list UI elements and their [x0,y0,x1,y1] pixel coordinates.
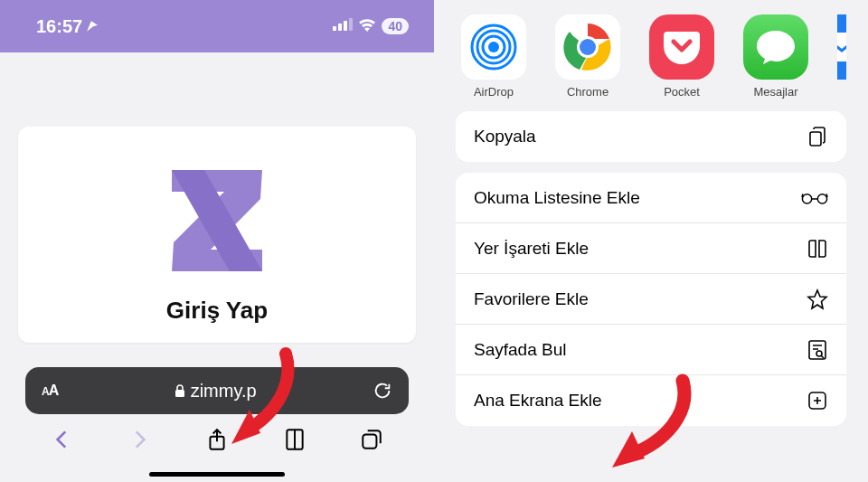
battery-badge: 40 [382,18,409,34]
svg-point-17 [817,194,826,203]
action-reading-list[interactable]: Okuma Listesine Ekle [456,173,846,223]
action-add-home[interactable]: Ana Ekrana Ekle [456,375,846,426]
bookmarks-button[interactable] [283,428,307,451]
copy-icon [807,126,828,147]
glasses-icon [801,187,828,209]
location-icon [86,20,99,33]
svg-point-13 [580,39,596,55]
svg-point-7 [488,42,499,52]
action-bookmark-label: Yer İşareti Ekle [474,239,589,259]
messages-icon [743,14,808,80]
wifi-icon [358,17,376,35]
action-add-home-label: Ana Ekrana Ekle [474,391,602,411]
svg-rect-0 [333,26,336,31]
action-reading-list-label: Okuma Listesine Ekle [474,188,640,208]
svg-rect-4 [175,390,184,397]
status-icons: 40 [333,17,409,35]
text-size-button[interactable]: AA [42,383,58,399]
svg-point-16 [802,194,811,203]
tabs-button[interactable] [360,428,383,451]
url-display[interactable]: zimmy.p [58,381,373,402]
share-airdrop[interactable]: AirDrop [461,14,526,99]
share-chrome-label: Chrome [567,85,609,99]
book-icon [807,238,828,260]
pocket-icon [649,14,714,80]
mail-icon [837,14,846,80]
lock-icon [175,384,185,397]
airdrop-icon [461,14,526,80]
svg-rect-15 [810,132,821,146]
browser-toolbar [0,417,434,462]
share-pocket[interactable]: Pocket [649,14,714,99]
login-card: Giriş Yap [18,127,416,343]
find-icon [807,339,828,361]
action-copy-label: Kopyala [474,127,536,146]
url-text: zimmy.p [191,381,257,402]
zimmy-logo [154,161,280,279]
action-favorite[interactable]: Favorilere Ekle [456,274,846,325]
back-button[interactable] [51,428,74,451]
address-bar[interactable]: AA zimmy.p [25,367,409,414]
signal-icon [333,18,353,34]
share-messages[interactable]: Mesajlar [743,14,808,99]
share-pocket-label: Pocket [664,85,700,99]
action-find[interactable]: Sayfada Bul [456,325,846,375]
share-sheet: AirDrop Chrome Pocket Mesajlar [434,0,868,482]
svg-rect-1 [338,24,342,31]
action-group-copy: Kopyala [456,111,846,162]
chrome-icon [555,14,620,80]
star-icon [807,288,828,310]
phone-screenshot-left: 16:57 40 Giriş Yap AA zimmy.p [0,0,434,482]
status-time: 16:57 [36,16,99,37]
forward-button [127,428,151,451]
clock-text: 16:57 [36,16,82,37]
action-bookmark[interactable]: Yer İşareti Ekle [456,223,846,274]
action-group-main: Okuma Listesine Ekle Yer İşareti Ekle Fa… [456,173,846,426]
share-airdrop-label: AirDrop [474,85,514,99]
share-button[interactable] [205,428,229,451]
share-mail-partial[interactable] [837,14,846,99]
share-targets-row: AirDrop Chrome Pocket Mesajlar [456,14,846,99]
reload-icon[interactable] [373,381,392,401]
svg-rect-3 [349,18,353,31]
action-favorite-label: Favorilere Ekle [474,289,589,309]
action-find-label: Sayfada Bul [474,340,566,360]
login-title: Giriş Yap [18,297,416,325]
svg-rect-2 [344,21,347,31]
plus-square-icon [807,390,828,411]
status-bar: 16:57 40 [0,0,434,52]
share-messages-label: Mesajlar [753,85,797,99]
svg-rect-6 [363,435,376,449]
share-chrome[interactable]: Chrome [555,14,620,99]
action-copy[interactable]: Kopyala [456,111,846,162]
svg-point-19 [816,351,822,356]
home-indicator [149,472,285,477]
